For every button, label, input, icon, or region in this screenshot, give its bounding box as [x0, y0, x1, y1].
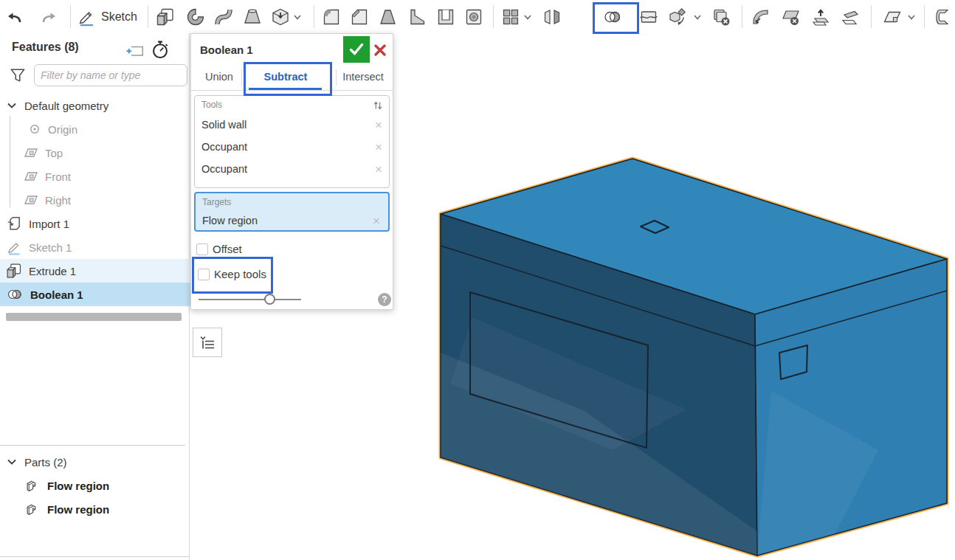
tool-item-occupant-1[interactable]: Occupant × — [195, 136, 389, 158]
tool-item-label: Occupant — [201, 163, 247, 175]
loft-icon — [243, 7, 262, 27]
split-button[interactable] — [635, 3, 662, 30]
rib-button[interactable] — [404, 3, 430, 30]
sketch-button[interactable]: Sketch — [77, 3, 137, 30]
remove-item-icon[interactable]: × — [375, 163, 382, 176]
toolbar-separator — [871, 5, 872, 28]
tool-item-chair-clipped[interactable]: Chair — [195, 181, 389, 188]
keep-tools-label: Keep tools — [214, 268, 266, 280]
move-face-icon — [811, 7, 830, 27]
hole-button[interactable] — [461, 3, 487, 30]
tree-item-default-geometry[interactable]: Default geometry — [0, 94, 191, 117]
delete-face-button[interactable] — [778, 3, 804, 30]
linear-pattern-button[interactable] — [497, 3, 524, 30]
extrude-icon — [6, 263, 22, 279]
tool-item-occupant-2[interactable]: Occupant × — [195, 158, 389, 180]
plane-icon — [24, 193, 38, 207]
toolbar-separator — [70, 5, 71, 28]
revolve-button[interactable] — [182, 3, 208, 30]
tab-subtract[interactable]: Subtract — [244, 66, 327, 88]
plane-icon — [883, 7, 902, 27]
filter-button[interactable] — [9, 66, 27, 84]
filter-input[interactable] — [34, 64, 187, 86]
loft-button[interactable] — [239, 3, 266, 30]
boolean-dialog: Boolean 1 Union Subtract Intersect Tools — [190, 33, 393, 310]
tool-item-label: Chair — [201, 186, 227, 188]
cancel-button[interactable] — [370, 41, 390, 60]
rollback-bar[interactable] — [6, 313, 182, 321]
tab-intersect[interactable]: Intersect — [337, 66, 389, 88]
tree-item-label: Default geometry — [24, 100, 108, 112]
plane-dropdown-chevron[interactable] — [906, 12, 917, 22]
parts-section-title: Parts (2) — [24, 456, 67, 469]
tool-item-label: Occupant — [201, 141, 247, 153]
chevron-down-icon — [6, 456, 18, 468]
boolean-button[interactable] — [599, 3, 626, 30]
tree-item-import1[interactable]: Import 1 — [0, 212, 191, 235]
tool-item-solid-wall[interactable]: Solid wall × — [195, 114, 389, 136]
tree-item-front-plane[interactable]: Front — [0, 165, 209, 188]
extrude-icon — [156, 7, 175, 27]
sweep-icon — [214, 7, 233, 27]
tools-label: Tools — [201, 100, 222, 110]
fillet-button[interactable] — [318, 3, 345, 30]
delete-part-icon — [711, 7, 731, 27]
remove-item-icon[interactable]: × — [373, 215, 380, 227]
part-item-flow-region-1[interactable]: Flow region — [0, 474, 210, 497]
resolution-slider-thumb[interactable] — [264, 294, 275, 305]
tree-item-origin[interactable]: Origin — [0, 117, 213, 141]
pattern-dropdown-chevron[interactable] — [523, 12, 533, 22]
transform-icon — [668, 7, 687, 27]
replace-face-button[interactable] — [837, 3, 863, 30]
mirror-button[interactable] — [539, 3, 565, 30]
modify-fillet-button[interactable] — [747, 3, 773, 30]
delete-part-button[interactable] — [708, 3, 734, 30]
enclose-icon — [932, 7, 951, 27]
thicken-dropdown-chevron[interactable] — [292, 12, 303, 22]
thicken-button[interactable] — [267, 3, 294, 30]
targets-selection-list[interactable]: Targets Flow region × — [194, 192, 390, 232]
question-mark-icon: ? — [382, 294, 387, 305]
remove-item-icon[interactable]: × — [375, 141, 382, 153]
enclose-button[interactable] — [928, 3, 955, 30]
tree-item-label: Front — [45, 170, 71, 183]
confirm-button[interactable] — [343, 36, 370, 63]
undo-button[interactable] — [1, 3, 28, 30]
tools-selection-list[interactable]: Tools Solid wall × Occupant × Occupant ×… — [194, 95, 390, 188]
tree-item-right-plane[interactable]: Right — [0, 188, 209, 212]
sweep-button[interactable] — [210, 3, 237, 30]
move-face-button[interactable] — [807, 3, 834, 30]
boolean-icon — [6, 286, 24, 303]
target-item-flow-region[interactable]: Flow region × — [196, 210, 387, 232]
offset-checkbox[interactable] — [196, 243, 208, 255]
chamfer-button[interactable] — [346, 3, 373, 30]
extrude-button[interactable] — [152, 3, 179, 30]
draft-button[interactable] — [375, 3, 401, 30]
chevron-down-icon — [907, 13, 916, 21]
toolbar-separator — [314, 5, 314, 28]
redo-button[interactable] — [35, 3, 62, 30]
keep-tools-checkbox[interactable] — [198, 269, 210, 280]
add-folder-button[interactable] — [125, 41, 145, 61]
resolution-slider-track[interactable] — [199, 299, 301, 300]
part-item-label: Flow region — [47, 503, 109, 516]
tree-item-extrude1[interactable]: Extrude 1 — [0, 259, 191, 283]
part-item-flow-region-2[interactable]: Flow region — [0, 497, 210, 521]
tab-union[interactable]: Union — [199, 66, 240, 88]
transform-button[interactable] — [664, 3, 691, 30]
parts-section-header[interactable]: Parts (2) — [0, 450, 191, 474]
tree-item-sketch1[interactable]: Sketch 1 — [0, 235, 191, 259]
tree-item-top-plane[interactable]: Top — [0, 141, 209, 165]
remove-item-icon[interactable]: × — [375, 119, 382, 131]
toolbar-separator — [493, 5, 494, 28]
plane-button[interactable] — [879, 3, 906, 30]
transform-dropdown-chevron[interactable] — [692, 12, 703, 22]
rollback-history-button[interactable] — [150, 39, 170, 60]
help-button[interactable]: ? — [378, 293, 391, 306]
feature-list-toggle-button[interactable] — [193, 328, 222, 357]
offset-label: Offset — [213, 243, 242, 255]
tool-item-label: Solid wall — [201, 119, 246, 131]
tree-item-boolean1[interactable]: Boolean 1 — [0, 283, 191, 306]
sort-icon[interactable] — [372, 100, 384, 111]
shell-button[interactable] — [432, 3, 459, 30]
